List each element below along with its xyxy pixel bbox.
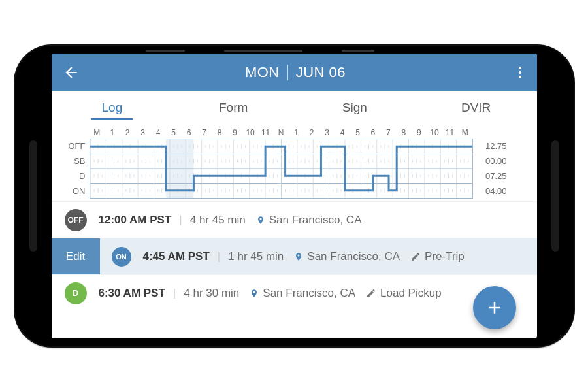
chart-hour-labels: M1234567891011N1234567891011M [62,128,507,137]
entry-time: 6:30 AM PST [99,287,165,300]
hour-tick-label: M [90,128,105,137]
hour-tick-label: 10 [427,128,442,137]
hour-tick-label: 6 [181,128,196,137]
title-divider [287,65,288,80]
status-badge: ON [112,247,131,267]
hour-tick-label: M [457,128,472,137]
total-on: 04.00 [473,184,507,199]
log-row[interactable]: D6:30 AM PST|4 hr 30 minSan Francisco, C… [52,274,537,311]
hour-tick-label: N [273,128,288,137]
separator: | [179,214,182,227]
hour-tick-label: 11 [442,128,457,137]
hour-tick-label: 10 [242,128,257,137]
status-label-sb: SB [62,154,90,169]
tab-label: Sign [342,101,367,114]
log-row[interactable]: EditON4:45 AM PST|1 hr 45 minSan Francis… [52,238,537,274]
hour-tick-label: 7 [381,128,396,137]
hour-tick-label: 2 [120,128,135,137]
edit-entry-button[interactable]: Edit [52,238,100,274]
hos-chart: M1234567891011N1234567891011M OFF SB D O… [52,125,537,201]
status-badge: OFF [65,209,87,231]
tab-dvir[interactable]: DVIR [416,101,537,116]
tab-label: Form [219,101,248,114]
title-date: JUN 06 [296,64,346,81]
tab-log[interactable]: Log [52,101,173,116]
location-pin-icon [256,214,265,226]
hour-tick-label: 9 [227,128,242,137]
chart-status-labels: OFF SB D ON [62,139,90,199]
total-off: 12.75 [473,139,507,154]
title-day: MON [245,64,280,81]
hour-tick-label: 1 [105,128,120,137]
add-entry-fab[interactable] [473,286,516,329]
app-header: MON JUN 06 [52,54,537,91]
separator: | [173,287,176,300]
separator: | [218,250,220,263]
status-label-off: OFF [62,139,90,154]
hour-tick-label: 8 [212,128,227,137]
hour-tick-label: 5 [166,128,181,137]
hour-tick-label: 8 [396,128,411,137]
status-label-d: D [62,169,90,184]
location-pin-icon [294,251,303,263]
hour-tick-label: 7 [197,128,212,137]
status-text: D [73,289,78,298]
location-pin-icon [250,287,259,299]
plus-icon [485,298,504,318]
hour-tick-label: 1 [289,128,304,137]
entry-note: Pre-Trip [425,250,465,263]
edit-label: Edit [66,250,85,263]
chart-totals: 12.75 00.00 07.25 04.00 [473,139,507,199]
status-badge: D [65,282,87,304]
arrow-left-icon [63,64,80,81]
hour-tick-label: 9 [412,128,427,137]
log-row[interactable]: OFF12:00 AM PST|4 hr 45 minSan Francisco… [52,201,537,238]
status-text: OFF [68,216,84,225]
hour-tick-label: 2 [304,128,319,137]
entry-time: 4:45 AM PST [143,250,210,263]
back-button[interactable] [58,59,84,86]
chart-plot-area[interactable] [90,139,473,199]
pencil-icon [366,288,376,299]
hour-tick-label: 6 [365,128,380,137]
hour-tick-label: 11 [258,128,273,137]
entry-location: San Francisco, CA [307,250,400,263]
hour-tick-label: 4 [335,128,350,137]
entry-location: San Francisco, CA [269,214,362,227]
tab-form[interactable]: Form [172,101,294,116]
pencil-icon [410,252,421,262]
entry-note: Load Pickup [380,287,442,300]
tab-label: DVIR [461,101,491,114]
total-sb: 00.00 [473,154,507,169]
log-entries-list: OFF12:00 AM PST|4 hr 45 minSan Francisco… [52,201,537,338]
status-label-on: ON [62,184,90,199]
tab-sign[interactable]: Sign [294,101,416,116]
overflow-menu-button[interactable] [507,59,533,86]
entry-duration: 1 hr 45 min [228,250,284,263]
hour-tick-label: 4 [150,128,165,137]
total-d: 07.25 [473,169,507,184]
page-title: MON JUN 06 [84,64,507,81]
entry-time: 12:00 AM PST [99,214,172,227]
tab-label: Log [102,101,123,114]
hour-tick-label: 3 [135,128,150,137]
hour-tick-label: 3 [319,128,335,137]
tab-bar: Log Form Sign DVIR [52,91,537,125]
entry-duration: 4 hr 45 min [190,214,246,227]
entry-location: San Francisco, CA [263,287,355,300]
entry-duration: 4 hr 30 min [184,287,239,300]
hour-tick-label: 5 [350,128,365,137]
status-text: ON [116,253,127,261]
